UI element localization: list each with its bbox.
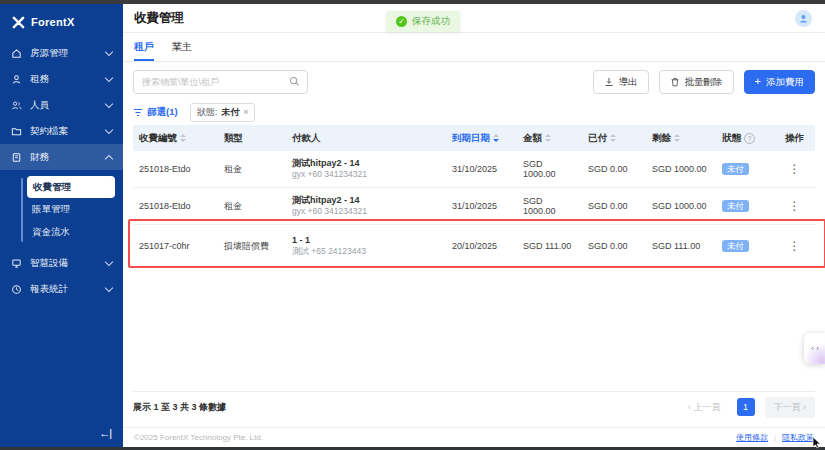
chevron-down-icon [105,47,113,55]
table-row-highlighted[interactable]: 251017-c0hr 損壞賠償費 1 - 1測試 +65 24123443 2… [133,225,815,268]
next-page-button[interactable]: 下一頁 [765,397,816,418]
filter-bar: 篩選(1) 狀態: 未付 × [133,103,815,121]
previous-page-button[interactable]: 上一頁 [682,398,727,417]
table-header-row: 收費編號 類型 付款人 到期日期 金額 已付 剩餘 狀態? 操作 [133,125,815,151]
paid: SGD 0.00 [582,201,646,211]
paid: SGD 0.00 [582,241,646,251]
fee-id: 251017-c0hr [133,241,218,251]
actions-cell [774,199,815,213]
chevron-down-icon [105,257,113,265]
status-cell: 未付 [716,200,774,213]
copyright-text: ©2025 ForentX Technology Pte. Ltd. [134,433,263,442]
fee-type: 租金 [218,200,286,213]
sidebar: ForentX 房源管理 租務 人員 契約檔案 財務 [0,4,123,447]
success-toast: ✓ 保存成功 [386,11,460,32]
chevron-down-icon [105,73,113,81]
check-circle-icon: ✓ [396,16,407,27]
column-header-actions: 操作 [774,132,815,145]
pagination-summary: 展示 1 至 3 共 3 條數據 [133,401,226,414]
sidebar-item-finance[interactable]: 財務 [0,144,123,170]
amount: SGD 1000.00 [517,196,582,216]
sort-icon [545,134,551,142]
due-date: 31/10/2025 [446,201,517,211]
privacy-link[interactable]: 隱私政策 [782,432,814,443]
search-box [133,70,308,94]
table-row[interactable]: 251018-Etdo 租金 測试hitpay2 - 14gyx +60 341… [133,188,815,225]
chevron-down-icon [105,99,113,107]
brand-x-icon [12,16,25,29]
chevron-down-icon [105,125,113,133]
people-icon [11,100,22,111]
table-row[interactable]: 251018-Etdo 租金 測试hitpay2 - 14gyx +60 341… [133,151,815,188]
search-icon [289,76,300,87]
sort-icon [493,134,499,142]
device-icon [11,258,22,269]
tag-close-icon[interactable]: × [243,108,248,117]
sidebar-item-personnel[interactable]: 人員 [0,92,123,118]
sidebar-item-reports[interactable]: 報表統計 [0,276,123,302]
person-icon [11,74,22,85]
remaining: SGD 111.00 [646,241,716,251]
batch-delete-button[interactable]: 批量刪除 [659,70,734,94]
pagination: 展示 1 至 3 共 3 條數據 上一頁 1 下一頁 [133,391,815,422]
trash-icon [670,77,680,87]
sidebar-item-fee-management[interactable]: 收費管理 [27,176,115,198]
actions-cell [774,162,815,176]
column-header-due-date[interactable]: 到期日期 [446,132,517,145]
due-date: 31/10/2025 [446,164,517,174]
sidebar-item-tenancy[interactable]: 租務 [0,66,123,92]
main-content: 收費管理 租戶 業主 導出 批量刪除 + 添加費用 [123,4,825,447]
tab-tenant[interactable]: 租戶 [134,40,154,61]
filter-button[interactable]: 篩選(1) [133,106,178,119]
row-actions-kebab-icon[interactable] [783,199,807,213]
folder-icon [11,126,22,137]
payer-cell: 測试hitpay2 - 14gyx +60 341234321 [286,157,446,181]
column-header-remaining[interactable]: 剩餘 [646,132,716,145]
row-actions-kebab-icon[interactable] [783,239,807,253]
fees-table: 收費編號 類型 付款人 到期日期 金額 已付 剩餘 狀態? 操作 251018-… [133,125,815,427]
amount: SGD 1000.00 [517,159,582,179]
terms-link[interactable]: 使用條款 [736,432,768,443]
add-fee-button[interactable]: + 添加費用 [744,70,815,94]
column-header-fee-id[interactable]: 收費編號 [133,132,218,145]
sidebar-item-bill-management[interactable]: 賬單管理 [0,198,123,221]
table-empty-space [133,268,815,391]
sort-icon [180,134,186,142]
app-window: ForentX 房源管理 租務 人員 契約檔案 財務 [0,0,825,450]
column-header-paid[interactable]: 已付 [582,132,646,145]
status-badge: 未付 [722,240,749,253]
help-icon[interactable]: ? [744,133,755,144]
tab-bar: 租戶 業主 [123,33,825,62]
finance-submenu: 收費管理 賬單管理 資金流水 [0,170,123,250]
page-number-1[interactable]: 1 [737,398,755,416]
fee-type: 損壞賠償費 [218,240,286,253]
export-button[interactable]: 導出 [593,70,649,94]
fee-id: 251018-Etdo [133,201,218,211]
status-cell: 未付 [716,240,774,253]
person-icon [798,13,809,24]
row-actions-kebab-icon[interactable] [783,162,807,176]
brand-logo: ForentX [0,4,123,40]
toolbar: 導出 批量刪除 + 添加費用 [133,70,815,94]
sidebar-item-smart-devices[interactable]: 智慧設備 [0,250,123,276]
user-avatar[interactable] [795,10,812,27]
column-header-amount[interactable]: 金額 [517,132,582,145]
column-header-payer: 付款人 [286,132,446,145]
window-top-edge [0,0,825,4]
due-date: 20/10/2025 [446,241,517,251]
chevron-up-icon [105,154,113,162]
sidebar-collapse-icon[interactable]: ←| [99,427,111,439]
sidebar-item-cash-flow[interactable]: 資金流水 [0,221,123,244]
search-input[interactable] [133,70,308,94]
tab-owner[interactable]: 業主 [172,40,192,61]
ledger-icon [11,152,22,163]
filter-tag-status-unpaid: 狀態: 未付 × [190,103,256,122]
download-icon [604,77,614,87]
brand-name: ForentX [31,16,75,28]
sidebar-item-properties[interactable]: 房源管理 [0,40,123,66]
assistant-float-button[interactable] [804,333,825,364]
sidebar-item-contracts[interactable]: 契約檔案 [0,118,123,144]
column-header-type: 類型 [218,132,286,145]
app-footer: ©2025 ForentX Technology Pte. Ltd. 使用條款 … [123,427,825,447]
sort-icon [674,134,680,142]
